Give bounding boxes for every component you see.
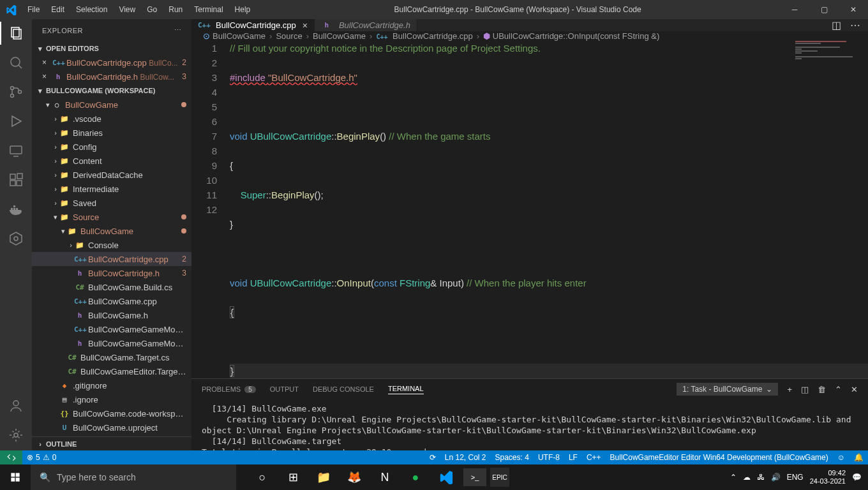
tree-item[interactable]: ▤ .ignore <box>32 392 191 406</box>
menu-terminal[interactable]: Terminal <box>189 3 228 17</box>
remote-explorer-icon[interactable] <box>7 142 25 160</box>
breadcrumb-item[interactable]: BullCowGame <box>313 31 366 41</box>
menu-run[interactable]: Run <box>163 3 188 17</box>
close-icon[interactable]: × <box>42 58 52 67</box>
editor-tab[interactable]: h BullCowCartridge.h <box>315 19 417 31</box>
firefox-icon[interactable]: 🦊 <box>341 464 368 490</box>
tree-item[interactable]: ›📁 DerivedDataCache <box>32 168 191 182</box>
explorer-icon[interactable] <box>7 24 25 42</box>
tree-item[interactable]: C# BullCowGame.Target.cs <box>32 350 191 364</box>
breadcrumb-item[interactable]: C++ BullCowCartridge.cpp <box>376 31 472 41</box>
tree-item[interactable]: ›📁 Binaries <box>32 126 191 140</box>
problems-status[interactable]: ⊗5 ⚠0 <box>22 453 61 462</box>
build-config[interactable]: BullCowGameEditor Editor Win64 Developme… <box>606 453 833 462</box>
minimap[interactable] <box>795 41 859 79</box>
extensions-icon[interactable] <box>7 171 25 189</box>
notifications-icon[interactable]: 🔔 <box>849 453 868 462</box>
panel-tab-output[interactable]: OUTPUT <box>270 385 299 394</box>
start-button[interactable] <box>0 464 31 490</box>
close-icon[interactable]: × <box>42 72 52 81</box>
remote-indicator[interactable] <box>0 450 22 464</box>
terminal-task-dropdown[interactable]: 1: Task - BullCowGame⌄ <box>677 383 778 396</box>
search-icon[interactable] <box>7 54 25 71</box>
source-control-icon[interactable] <box>7 83 25 101</box>
tree-item[interactable]: ›📁 Content <box>32 154 191 168</box>
language-indicator[interactable]: ENG <box>787 473 804 482</box>
indentation[interactable]: Spaces: 4 <box>491 453 534 462</box>
tree-item[interactable]: h BullCowCartridge.h3 <box>32 266 191 280</box>
feedback-icon[interactable]: ☺ <box>833 453 849 462</box>
cortana-icon[interactable]: ○ <box>249 464 276 490</box>
volume-icon[interactable]: 🔊 <box>771 473 781 482</box>
network-icon[interactable]: 🖧 <box>757 473 765 482</box>
notion-icon[interactable]: N <box>371 464 398 490</box>
breadcrumb-item[interactable]: ⬢ UBullCowCartridge::OnInput(const FStri… <box>483 31 659 41</box>
tree-item[interactable]: ›📁 Saved <box>32 196 191 210</box>
open-editors-header[interactable]: ▾OPEN EDITORS <box>32 41 191 56</box>
tree-item[interactable]: C++ BullCowGameGameModeBa... <box>32 322 191 336</box>
tree-item[interactable]: C# BullCowGameEditor.Target.cs <box>32 364 191 378</box>
language-mode[interactable]: C++ <box>582 453 606 462</box>
onedrive-icon[interactable]: ☁ <box>743 473 751 482</box>
terminal-taskbar-icon[interactable]: >_ <box>463 468 486 486</box>
settings-icon[interactable] <box>7 426 25 444</box>
menu-selection[interactable]: Selection <box>71 3 112 17</box>
close-panel-icon[interactable]: ✕ <box>851 385 858 394</box>
menu-help[interactable]: Help <box>230 3 256 17</box>
more-actions-icon[interactable]: ⋯ <box>850 19 860 31</box>
vscode-taskbar-icon[interactable] <box>433 464 460 490</box>
close-tab-icon[interactable]: × <box>303 20 308 31</box>
maximize-button[interactable]: ▢ <box>809 0 839 19</box>
new-terminal-icon[interactable]: + <box>787 385 792 394</box>
panel-tab-problems[interactable]: PROBLEMS5 <box>202 385 256 394</box>
task-view-icon[interactable]: ⊞ <box>280 464 306 490</box>
encoding[interactable]: UTF-8 <box>534 453 564 462</box>
taskbar-clock[interactable]: 09:42 24-03-2021 <box>810 469 846 486</box>
menu-go[interactable]: Go <box>142 3 162 17</box>
tree-item[interactable]: C++ BullCowGame.cpp <box>32 294 191 308</box>
menu-view[interactable]: View <box>114 3 140 17</box>
tree-item[interactable]: ›📁 Config <box>32 140 191 154</box>
breadcrumb-item[interactable]: BullCowGame <box>213 31 266 41</box>
menu-file[interactable]: File <box>22 3 45 17</box>
workspace-header[interactable]: ▾BULLCOWGAME (WORKSPACE) <box>32 84 191 98</box>
build-status-icon[interactable]: ⟳ <box>425 453 440 462</box>
tree-item[interactable]: ›📁 Console <box>32 238 191 252</box>
file-explorer-icon[interactable]: 📁 <box>310 464 337 490</box>
epic-games-icon[interactable]: EPIC <box>490 468 509 487</box>
open-editor-item[interactable]: × h BullCowCartridge.h BullCow... 3 <box>32 70 191 84</box>
tree-item[interactable]: {} BullCowGame.code-workspace <box>32 406 191 420</box>
taskbar-search[interactable]: 🔍 Type here to search <box>31 464 236 490</box>
minimize-button[interactable]: ─ <box>780 0 809 19</box>
split-editor-icon[interactable]: ◫ <box>832 19 841 31</box>
kill-terminal-icon[interactable]: 🗑 <box>818 385 826 394</box>
code-editor[interactable]: 123456789101112 // Fill out your copyrig… <box>191 41 868 378</box>
maximize-panel-icon[interactable]: ⌃ <box>835 385 842 394</box>
tree-item[interactable]: h BullCowGame.h <box>32 308 191 322</box>
tree-item[interactable]: ›📁 .vscode <box>32 112 191 126</box>
panel-tab-debug-console[interactable]: DEBUG CONSOLE <box>313 385 374 394</box>
tree-item[interactable]: ▾📁 BullCowGame <box>32 224 191 238</box>
accounts-icon[interactable] <box>7 397 25 415</box>
tree-item[interactable]: C++ BullCowCartridge.cpp2 <box>32 252 191 266</box>
tree-item[interactable]: ▾○ BullCowGame <box>32 98 191 112</box>
tree-item[interactable]: C# BullCowGame.Build.cs <box>32 280 191 294</box>
tree-item[interactable]: ›📁 Intermediate <box>32 182 191 196</box>
tray-chevron-icon[interactable]: ⌃ <box>730 473 737 482</box>
breadcrumbs[interactable]: ⊙ BullCowGame›Source›BullCowGame›C++ Bul… <box>191 31 868 41</box>
action-center-icon[interactable]: 💬 <box>852 473 862 482</box>
split-terminal-icon[interactable]: ◫ <box>801 385 809 394</box>
cursor-position[interactable]: Ln 12, Col 2 <box>440 453 491 462</box>
panel-tab-terminal[interactable]: TERMINAL <box>388 385 424 394</box>
tree-item[interactable]: h BullCowGameGameModeBa... <box>32 336 191 350</box>
open-editor-item[interactable]: × C++ BullCowCartridge.cpp BullCo... 2 <box>32 56 191 70</box>
kubernetes-icon[interactable] <box>7 230 25 248</box>
tree-item[interactable]: ▾📁 Source <box>32 210 191 224</box>
menu-edit[interactable]: Edit <box>46 3 70 17</box>
run-debug-icon[interactable] <box>7 112 25 130</box>
editor-tab[interactable]: C++ BullCowCartridge.cpp × <box>191 19 315 31</box>
breadcrumb-item[interactable]: Source <box>276 31 302 41</box>
spotify-icon[interactable]: ● <box>402 464 429 490</box>
close-button[interactable]: ✕ <box>839 0 868 19</box>
docker-icon[interactable] <box>7 200 25 218</box>
